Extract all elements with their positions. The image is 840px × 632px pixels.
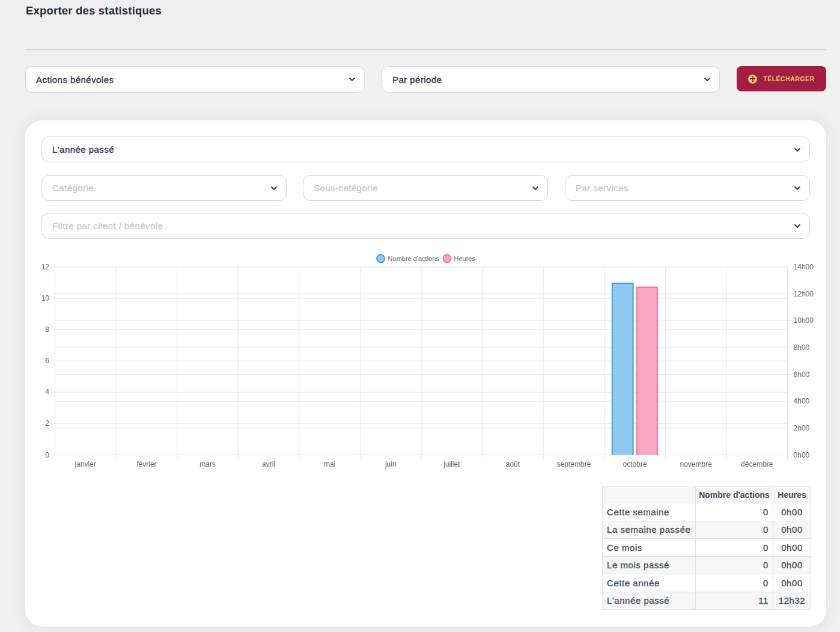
svg-text:8h00: 8h00 <box>794 343 810 352</box>
svg-text:10: 10 <box>41 294 50 302</box>
svg-text:Nombre d'actions: Nombre d'actions <box>388 255 440 262</box>
svg-text:janvier: janvier <box>75 460 96 468</box>
svg-text:0h00: 0h00 <box>794 451 810 459</box>
svg-text:6: 6 <box>45 357 49 365</box>
svg-text:10h00: 10h00 <box>794 316 814 325</box>
svg-text:12h00: 12h00 <box>794 290 814 298</box>
svg-text:septembre: septembre <box>557 460 591 468</box>
svg-text:14h00: 14h00 <box>794 263 814 271</box>
svg-text:décembre: décembre <box>741 460 773 468</box>
svg-text:Heures: Heures <box>454 255 476 262</box>
svg-text:6h00: 6h00 <box>794 370 810 379</box>
svg-text:12: 12 <box>41 263 50 271</box>
svg-text:4: 4 <box>45 388 49 396</box>
svg-text:2h00: 2h00 <box>794 424 810 432</box>
svg-text:mai: mai <box>324 460 335 468</box>
svg-text:octobre: octobre <box>623 460 647 468</box>
svg-text:février: février <box>136 460 156 468</box>
svg-text:8: 8 <box>45 325 49 334</box>
svg-text:août: août <box>506 460 520 468</box>
svg-text:juillet: juillet <box>443 460 460 468</box>
svg-text:mars: mars <box>199 460 216 468</box>
svg-text:2: 2 <box>45 419 49 428</box>
svg-text:juin: juin <box>385 460 397 468</box>
svg-text:0: 0 <box>45 451 49 459</box>
svg-text:avril: avril <box>262 460 275 468</box>
svg-text:novembre: novembre <box>680 460 713 468</box>
svg-text:4h00: 4h00 <box>794 397 810 405</box>
